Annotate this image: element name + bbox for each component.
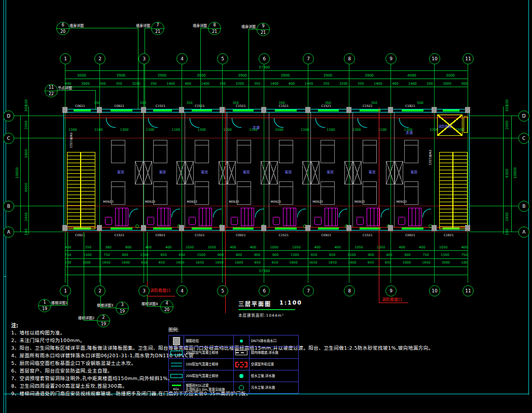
window-bottom [233,228,254,230]
column-block [97,107,102,113]
dim-label: 1650 [215,260,224,265]
dim-label: 350 [150,82,156,86]
detail-callout-bubble: 119 [38,299,51,312]
dim-axis-spacing: 3900 [324,73,333,78]
dim-label: 400 [386,253,392,257]
dim-label: 900 [368,253,374,257]
callout-leader-h [68,28,138,28]
bath-door-arc [339,209,347,217]
bed-pillow [405,182,418,187]
grid-bubble-bottom: 10 [429,285,440,296]
door-tag: M0923 [354,200,365,203]
wardrobe-cell [135,161,144,184]
window-tag-bottom: C0921 [156,233,165,237]
door-tag: M0923 [312,200,323,203]
window-tag-top: C1521 [363,104,372,107]
dim-label: 1400 [374,82,382,86]
grid-bubble-top: 3 [138,53,150,64]
dim-label: 900 [272,253,278,257]
toilet [189,217,196,225]
room-label-guest: 客房 [410,169,417,174]
grid-bubble-top: 10 [429,53,440,64]
dim-label: 350 [85,245,91,250]
dim-label: 1100 [172,128,181,132]
legend-row: 钢筋砼柱DN75排水雨水口 [169,335,298,347]
dim-left-part: 1900 [24,149,28,158]
dim-label: 1600 [235,260,243,265]
corridor-door-arc [399,118,409,128]
dim-label: 400 [250,245,256,250]
callout-sheet-number: 21 [208,28,221,35]
callout-sheet-number: 19 [39,306,51,312]
room-label-guest: 客房 [327,169,334,174]
grid-bubble-left: D [3,110,14,122]
dim-label: 1500 [347,253,356,257]
wall-top-inner [63,112,469,112]
callout-sheet-number: 20 [161,307,173,313]
dim-label: 400 [399,245,405,250]
dim-label: 1500 [275,128,283,132]
callout-detail-number: 8 [208,22,221,28]
column-block [346,107,351,113]
dim-right-part: 300 [505,105,509,111]
dim-label: 1400 [201,82,209,86]
legend-cell [233,382,249,393]
wardrobe-cell [302,161,311,184]
callout-detail-number: 11 [45,85,57,91]
door-tag: M0923 [103,200,113,203]
callout-leader-v [138,28,138,109]
dim-label: 750 [103,253,110,257]
fire-rescue-label: 消防救援口 [150,287,170,293]
legend-label: 厨内排烟道,详水施 [251,351,278,355]
flue-symbol [235,350,247,355]
legend-cell: 钢筋砼KGL过梁孔洞标高1.0m,宽度见结施 [184,382,233,393]
dim-right-part: 100 [505,229,509,235]
callout-label: 楼梯详图1 [51,300,67,305]
dim-label: 380 [105,245,111,250]
legend-cell: 200厚加气混凝土砌块 [184,347,233,358]
dim-line-right [511,116,512,232]
dim-label: 350 [186,101,192,105]
window-top [318,109,339,111]
detail-callout-bubble: 821 [208,22,221,35]
dim-row-top-detail: 4003000500350320035014004001400350320035… [65,82,468,86]
dim-label: 1400 [305,82,313,86]
window-tag-top: C1821 [405,104,415,107]
callout-detail-number: 2 [97,315,110,321]
dim-label: 650 [160,253,166,257]
toilet [273,217,280,225]
shower-unit [367,208,380,226]
column-block [220,107,225,113]
dim-label: 1100 [94,128,103,132]
dim-label: 1050 [354,245,363,250]
section-line-red [379,107,379,303]
column-block [62,225,67,231]
bed-pillow [363,140,376,145]
dim-label: 650 [385,260,391,265]
bath-door-arc [171,209,180,217]
window-tag-bottom: C1521 [279,233,289,237]
title-block: 三层平面图 1:100 本层建筑面积:1044m² [238,299,302,318]
dim-row-window-sill: 1500110013001300110013001300110015001100… [68,128,464,132]
dim-left-part: 300 [24,105,28,111]
corridor-door-arc [315,118,325,128]
callout-leader-h [50,305,67,306]
callout-leader-h [145,28,151,28]
dim-label: 400 [419,245,425,250]
corridor-door-arc [106,118,116,128]
callout-leader-h [200,28,208,28]
bed-pillow [154,182,167,187]
bath-door-arc [129,209,138,217]
wall200b-icon [170,374,183,378]
dim-label: 500 [99,82,105,86]
kgl-symbol: KGL [172,385,181,391]
window-tag-bottom: C1521 [195,233,204,237]
dim-label: 900 [122,253,128,257]
dim-label: 500 [427,82,433,86]
dim-line [65,87,468,87]
callout-label: 楼梯详图4 [141,301,158,306]
bed [153,140,167,163]
room-label-guest: 客房 [201,169,208,174]
grid-bubble-top: 2 [94,53,105,64]
bed [363,140,377,163]
